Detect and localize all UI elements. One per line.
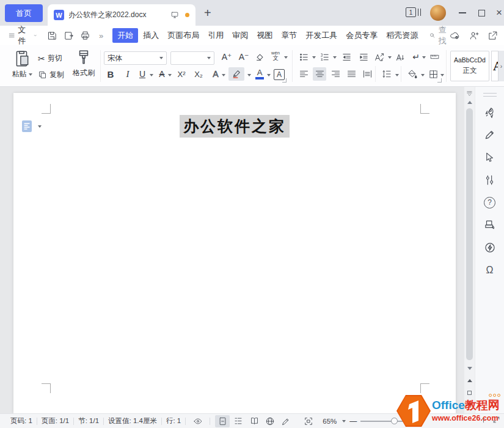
avatar[interactable] bbox=[430, 5, 446, 21]
tab-section[interactable]: 章节 bbox=[277, 28, 301, 43]
bullet-list-caret[interactable] bbox=[312, 56, 316, 59]
performance-button[interactable] bbox=[483, 240, 497, 255]
style-normal[interactable]: AaBbCcDd 正文 bbox=[450, 51, 489, 81]
document-tab[interactable]: W 办公软件之家2022.docx bbox=[48, 4, 195, 26]
zoom-value[interactable]: 65% bbox=[323, 418, 337, 425]
char-scale-button[interactable] bbox=[373, 50, 386, 64]
page-view-button[interactable] bbox=[215, 415, 230, 427]
tab-review[interactable]: 审阅 bbox=[228, 28, 252, 43]
ruler-toggle-button[interactable] bbox=[464, 88, 475, 98]
font-family-combo[interactable]: 宋体 bbox=[104, 51, 167, 65]
scrollbar-thumb[interactable] bbox=[466, 108, 473, 360]
eye-protect-button[interactable] bbox=[191, 415, 205, 427]
help-button[interactable]: ? bbox=[483, 195, 497, 210]
styles-expand-button[interactable]: › bbox=[499, 51, 504, 81]
phonetic-guide-button[interactable]: wén 文 bbox=[269, 49, 282, 62]
shrink-font-button[interactable]: A⁻ bbox=[237, 50, 250, 64]
tab-view[interactable]: 视图 bbox=[253, 28, 276, 43]
char-scale-caret[interactable] bbox=[388, 56, 392, 59]
sidebar-drag-handle[interactable] bbox=[483, 93, 497, 97]
document-title-line[interactable]: 办公软件之家 bbox=[13, 115, 456, 138]
web-view-button[interactable] bbox=[263, 415, 277, 427]
numbered-list-button[interactable] bbox=[318, 50, 331, 64]
justify-button[interactable] bbox=[345, 67, 358, 81]
tab-page-layout[interactable]: 页面布局 bbox=[164, 28, 203, 43]
cloud-sync-icon[interactable] bbox=[449, 31, 461, 41]
format-painter-button[interactable]: 格式刷 bbox=[70, 49, 98, 78]
home-button[interactable]: 首页 bbox=[5, 4, 43, 22]
text-direction-button[interactable] bbox=[393, 50, 407, 64]
tab-insert[interactable]: 插入 bbox=[139, 28, 163, 43]
italic-button[interactable]: I bbox=[121, 67, 134, 81]
bullet-list-button[interactable] bbox=[297, 50, 310, 64]
decrease-indent-button[interactable] bbox=[340, 50, 353, 64]
underline-caret[interactable] bbox=[150, 74, 153, 76]
line-spacing-button[interactable] bbox=[380, 67, 393, 81]
font-dialog-launcher[interactable] bbox=[282, 78, 287, 83]
save-icon[interactable] bbox=[47, 31, 57, 41]
tab-docer[interactable]: 稻壳资源 bbox=[382, 28, 422, 43]
superscript-button[interactable]: X² bbox=[175, 67, 188, 81]
vertical-scrollbar[interactable] bbox=[464, 87, 475, 413]
font-color-caret[interactable] bbox=[267, 74, 271, 76]
file-menu-button[interactable]: 文件 bbox=[9, 24, 37, 46]
align-left-button[interactable] bbox=[297, 67, 310, 81]
text-effects-caret[interactable] bbox=[222, 74, 225, 76]
cut-button[interactable]: ✂ 剪切 bbox=[38, 53, 62, 64]
highlight-caret[interactable] bbox=[247, 74, 251, 76]
zoom-out-button[interactable]: — bbox=[349, 417, 357, 426]
scroll-up-button[interactable] bbox=[464, 97, 475, 107]
font-color-button[interactable]: A bbox=[253, 67, 266, 81]
stamp-button[interactable] bbox=[483, 218, 497, 232]
strikethrough-caret[interactable] bbox=[168, 74, 172, 76]
select-tool-button[interactable] bbox=[483, 150, 497, 164]
quick-tools-button[interactable] bbox=[483, 105, 497, 119]
align-right-button[interactable] bbox=[329, 67, 342, 81]
invite-user-icon[interactable] bbox=[469, 31, 480, 41]
char-width-button[interactable] bbox=[428, 50, 441, 64]
shading-caret[interactable] bbox=[421, 74, 425, 76]
strikethrough-button[interactable]: A bbox=[155, 67, 169, 81]
new-tab-button[interactable]: + bbox=[204, 6, 211, 20]
paste-button[interactable]: 粘贴 bbox=[9, 49, 35, 79]
zoom-caret[interactable] bbox=[342, 420, 346, 422]
tab-references[interactable]: 引用 bbox=[204, 28, 227, 43]
grow-font-button[interactable]: A⁺ bbox=[220, 50, 233, 64]
increase-indent-button[interactable] bbox=[357, 50, 370, 64]
borders-caret[interactable] bbox=[440, 74, 444, 76]
copy-button[interactable]: 复制 bbox=[38, 70, 64, 80]
quick-access-overflow[interactable]: » bbox=[99, 31, 103, 40]
previous-page-button[interactable] bbox=[464, 375, 475, 385]
print-icon[interactable] bbox=[80, 31, 90, 41]
numbered-list-caret[interactable] bbox=[333, 56, 337, 59]
outline-view-button[interactable] bbox=[231, 415, 246, 427]
phonetic-caret[interactable] bbox=[284, 56, 288, 59]
document-page[interactable]: 办公软件之家 bbox=[13, 93, 456, 413]
paragraph-marker[interactable] bbox=[22, 120, 42, 132]
style-partial[interactable]: A bbox=[491, 51, 499, 81]
maximize-button[interactable] bbox=[473, 6, 489, 20]
output-icon[interactable] bbox=[64, 31, 74, 41]
shading-button[interactable] bbox=[406, 67, 419, 81]
read-mode-button[interactable] bbox=[247, 415, 261, 427]
tab-member[interactable]: 会员专享 bbox=[342, 28, 381, 43]
line-spacing-caret[interactable] bbox=[395, 74, 399, 76]
close-button[interactable]: × bbox=[491, 6, 504, 20]
tab-home[interactable]: 开始 bbox=[112, 28, 138, 43]
bold-button[interactable]: B bbox=[104, 67, 117, 81]
fit-page-button[interactable] bbox=[301, 415, 316, 427]
ink-mode-button[interactable] bbox=[279, 415, 293, 427]
underline-button[interactable]: U bbox=[136, 67, 149, 81]
tab-developer[interactable]: 开发工具 bbox=[302, 28, 341, 43]
edit-pen-button[interactable] bbox=[483, 127, 497, 142]
text-effects-button[interactable]: A bbox=[209, 67, 222, 81]
paragraph-dialog-launcher[interactable] bbox=[437, 78, 442, 83]
distribute-button[interactable] bbox=[360, 67, 374, 81]
clear-format-button[interactable] bbox=[253, 50, 266, 64]
wrap-mark-caret[interactable] bbox=[422, 56, 426, 59]
monitor-icon[interactable] bbox=[170, 11, 179, 19]
window-count-badge[interactable]: 1 bbox=[406, 7, 416, 17]
adjust-settings-button[interactable] bbox=[483, 172, 497, 187]
font-size-combo[interactable] bbox=[170, 51, 214, 65]
document-area[interactable]: 办公软件之家 bbox=[0, 87, 477, 413]
